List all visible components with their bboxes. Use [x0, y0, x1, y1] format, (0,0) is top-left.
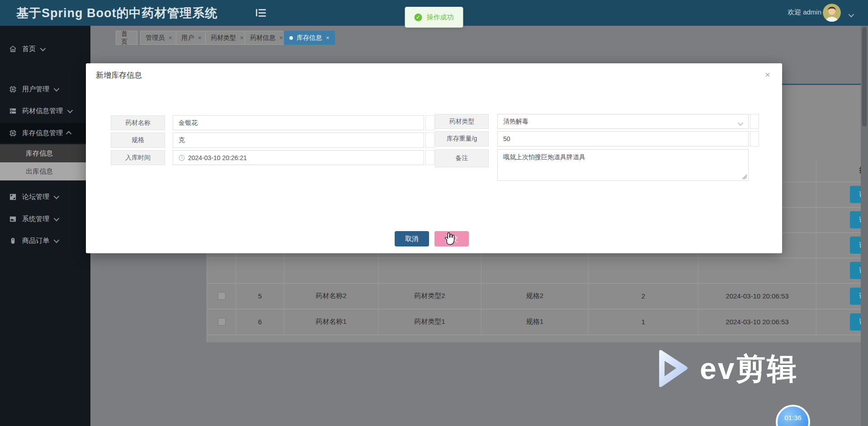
- sidebar-item-product-orders[interactable]: 商品订单: [0, 231, 90, 251]
- table-row: 5 药材名称2 药材类型2 规格2 2 2024-03-10 20:06:53 …: [208, 283, 868, 309]
- user-menu-caret-icon[interactable]: [849, 11, 853, 19]
- sidebar-item-label: 商品订单: [22, 237, 49, 245]
- tab-label: 药材信息: [250, 34, 275, 42]
- add-stock-modal: 新增库存信息 × 药材名称 金银花 药材类型 清热解毒 规格 克 库存重量/g …: [86, 63, 782, 253]
- watermark-text: ev剪辑: [700, 349, 798, 389]
- weight-input[interactable]: 50: [497, 131, 749, 147]
- welcome-text: 欢迎 admin: [788, 8, 821, 17]
- field-label-herb-name: 药材名称: [111, 115, 165, 130]
- remark-value: 哦就上次怕搜巨炮道具牌道具: [503, 153, 585, 161]
- tab-close-icon[interactable]: ×: [279, 35, 283, 41]
- tab-herb-info[interactable]: 药材信息 ×: [245, 31, 288, 45]
- cell-spec: 规格2: [481, 283, 589, 309]
- sidebar-item-herb-info-mgmt[interactable]: 药材信息管理: [0, 101, 90, 121]
- sidebar-item-home[interactable]: 首页: [0, 39, 90, 59]
- cell-herb-name: 药材名称2: [284, 283, 378, 309]
- sidebar-fold-icon[interactable]: [256, 9, 266, 17]
- chevron-down-icon: [54, 193, 60, 199]
- fold-icon-bar: [256, 9, 257, 16]
- cell-herb-type: 药材类型1: [378, 309, 481, 335]
- spacer-cell: [425, 150, 434, 165]
- sidebar-item-label: 论坛管理: [22, 193, 49, 201]
- fold-icon-bar: [259, 15, 266, 17]
- modal-close-icon[interactable]: ×: [765, 70, 770, 79]
- tab-close-icon[interactable]: ×: [240, 35, 244, 41]
- sidebar-subitem-stock-info[interactable]: 库存信息: [0, 144, 90, 162]
- sidebar-item-label: 库存信息管理: [22, 129, 63, 137]
- cell-spec: 规格1: [481, 309, 589, 335]
- cell-weight: 2: [589, 283, 698, 309]
- chevron-down-icon: [67, 107, 73, 113]
- sidebar-item-system-mgmt[interactable]: 系统管理: [0, 209, 90, 229]
- success-toast: ✓ 操作成功: [405, 7, 463, 28]
- row-checkbox[interactable]: [218, 318, 226, 326]
- tab-label: 用户: [181, 34, 194, 42]
- spec-value: 克: [179, 136, 185, 144]
- herb-type-value: 清热解毒: [503, 118, 528, 126]
- herb-name-value: 金银花: [179, 119, 198, 127]
- chevron-down-icon: [54, 237, 60, 243]
- mouse-icon: [9, 237, 17, 245]
- time-value: 2024-03-10 20:26:21: [188, 154, 247, 161]
- sidebar-subitem-label: 出库信息: [26, 167, 53, 176]
- tab-close-icon[interactable]: ×: [198, 35, 202, 41]
- play-logo-icon: [655, 348, 690, 390]
- spacer-cell: [750, 114, 759, 129]
- modal-title: 新增库存信息: [96, 70, 142, 80]
- tab-user[interactable]: 用户 ×: [176, 31, 207, 45]
- toast-message: 操作成功: [427, 13, 454, 22]
- tab-admin[interactable]: 管理员 ×: [140, 31, 178, 45]
- cell-herb-name: 药材名称1: [284, 309, 378, 335]
- sidebar-item-label: 系统管理: [22, 215, 49, 223]
- field-label-spec: 规格: [111, 133, 165, 148]
- tab-stock-info-active[interactable]: 库存信息 ×: [284, 31, 335, 45]
- device-icon: [9, 215, 17, 223]
- sidebar-item-label: 用户管理: [22, 85, 49, 94]
- field-label-remark: 备注: [435, 149, 489, 167]
- spec-input[interactable]: 克: [173, 133, 424, 148]
- table-row: 详情: [208, 258, 868, 284]
- tab-label: 管理员: [146, 34, 165, 42]
- chevron-down-icon: [40, 45, 46, 51]
- time-picker-input[interactable]: 2024-03-10 20:26:21: [173, 150, 424, 165]
- herb-type-select[interactable]: 清热解毒: [497, 114, 749, 129]
- spacer-cell: [425, 133, 434, 148]
- sidebar-subitem-outbound-info[interactable]: 出库信息: [0, 162, 90, 180]
- app-title: 基于Spring Boot的中药材管理系统: [16, 5, 217, 21]
- mouse-cursor: [443, 232, 457, 249]
- sidebar-item-user-mgmt[interactable]: 用户管理: [0, 79, 90, 99]
- sidebar-item-stock-info-mgmt[interactable]: 库存信息管理: [0, 123, 90, 143]
- tab-close-icon[interactable]: ×: [169, 35, 172, 41]
- fold-icon-bar: [259, 9, 266, 10]
- herb-name-input[interactable]: 金银花: [173, 115, 424, 130]
- tab-home[interactable]: 首页: [116, 31, 137, 45]
- table-row: 6 药材名称1 药材类型1 规格1 1 2024-03-10 20:06:53 …: [208, 309, 868, 335]
- image-icon: [9, 193, 17, 201]
- active-tab-dot: [289, 36, 293, 40]
- avatar[interactable]: [823, 4, 841, 22]
- cell-time: 2024-03-10 20:06:53: [698, 283, 816, 309]
- weight-value: 50: [503, 135, 510, 142]
- row-checkbox[interactable]: [218, 292, 226, 300]
- sidebar-item-label: 首页: [22, 45, 36, 53]
- textarea-resize-handle[interactable]: [742, 175, 747, 179]
- sidebar: 首页 用户管理 药材信息管理 库存信息管理 库存信息 出库信息 论坛管理: [0, 26, 90, 426]
- spacer-cell: [750, 131, 759, 147]
- remark-textarea[interactable]: 哦就上次怕搜巨炮道具牌道具: [497, 149, 749, 181]
- tab-herb-type[interactable]: 药材类型 ×: [205, 31, 249, 45]
- clock-icon: [179, 155, 185, 161]
- cancel-button[interactable]: 取消: [395, 231, 429, 246]
- chip-icon: [9, 85, 17, 93]
- tab-label: 库存信息: [297, 34, 322, 42]
- chevron-down-icon: [54, 85, 60, 91]
- select-chevron-down-icon: [738, 120, 742, 127]
- scrollbar-thumb[interactable]: [862, 27, 867, 127]
- watermark: ev剪辑: [655, 348, 798, 390]
- sidebar-item-forum-mgmt[interactable]: 论坛管理: [0, 187, 90, 207]
- tab-close-icon[interactable]: ×: [326, 35, 330, 41]
- cell-index: 5: [236, 283, 284, 309]
- cell-herb-type: 药材类型2: [378, 283, 481, 309]
- cell-weight: 1: [589, 309, 698, 335]
- chevron-up-icon: [66, 131, 72, 137]
- field-label-weight: 库存重量/g: [435, 131, 489, 147]
